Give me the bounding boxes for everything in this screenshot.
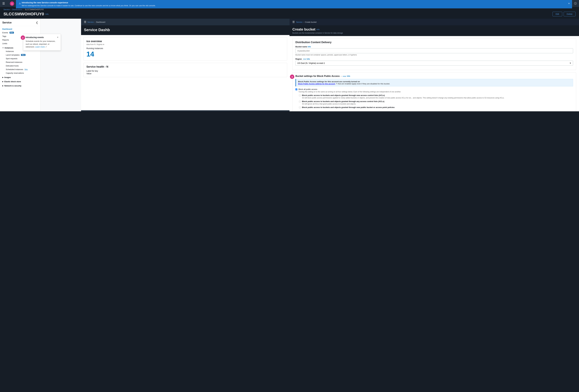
sidebar-section-network-security[interactable]: ▶ Network & security: [0, 83, 40, 87]
block-sub-checkbox-3[interactable]: [299, 107, 301, 108]
health-row: Label for key Value: [86, 70, 284, 75]
sidebar-item-scheduled-instances[interactable]: Scheduled instances Beta: [3, 68, 40, 71]
sidebar-item-reserved-instances[interactable]: Reserved instances: [3, 60, 40, 64]
dedicated-hosts-label: Delicated hosts: [6, 65, 19, 67]
right-panel-header: ☰ Service › Create bucket: [290, 19, 579, 25]
breadcrumb-current: SLCCSMWOHOFUY0: [25, 8, 44, 10]
sidebar-item-dashboard[interactable]: Dashboard: [0, 27, 40, 31]
right-panel-service-link[interactable]: Service: [296, 21, 302, 23]
sidebar-events-label: Events: [2, 32, 8, 34]
block-all-content: Block all public access Turning this set…: [298, 88, 401, 93]
block-access-title-text: Bucket settings for Block Public Access: [295, 75, 340, 78]
tooltip-learn-more-link[interactable]: Learn more: [35, 46, 45, 48]
block-all-checkbox-row: Block all public access Turning this set…: [295, 88, 573, 93]
alert-link[interactable]: Block Public Access settings for this ac…: [298, 83, 335, 85]
dashboard-title-area: Service Dashb: [81, 25, 290, 35]
block-all-label: Block all public access: [298, 88, 401, 90]
block-all-checkbox-group: Block all public access Turning this set…: [295, 88, 573, 108]
sidebar-reports-label: Reports: [2, 39, 9, 41]
dashboard-hamburger-icon[interactable]: ☰: [84, 20, 86, 24]
page-info-button[interactable]: Info: [45, 13, 49, 15]
main-content: Service ❮ Dashboard Events New Tags: [0, 19, 579, 111]
bucket-name-info-link[interactable]: Info: [308, 46, 311, 48]
sidebar-item-capacity-reservations[interactable]: Capacity reservations: [3, 71, 40, 75]
block-access-dash: –: [341, 75, 342, 78]
ebs-expand-icon: ▶: [2, 81, 3, 82]
breadcrumb-sep-1: ›: [10, 8, 11, 10]
right-panel-title: Create bucket info: [292, 27, 576, 31]
overview-card-title: ice overview: [86, 40, 284, 43]
block-sub-item-1: Block public access to buckets and objec…: [299, 94, 573, 99]
right-panel-hamburger-icon[interactable]: ☰: [292, 20, 295, 24]
dashboard-header: ☰ Service › Dashboard: [81, 19, 290, 25]
block-all-checkbox[interactable]: [295, 88, 297, 90]
dashboard-breadcrumb-sep: ›: [94, 21, 95, 23]
breadcrumb: Service › Distributions › SLCCSMWOHOFUY0: [3, 8, 576, 10]
sidebar-tags-label: Tags: [2, 35, 6, 37]
sidebar-section-images[interactable]: ▶ Images: [0, 75, 40, 79]
images-expand-icon: ▶: [2, 77, 3, 78]
bucket-name-label-text: Bucket name: [295, 46, 307, 48]
network-section-label: Network & security: [4, 85, 21, 87]
region-label: Region new Info: [295, 58, 573, 60]
tooltip-body: Schedule events for your instances, such…: [26, 40, 58, 48]
alert-text: Block Public Access settings for this ac…: [298, 80, 571, 85]
sidebar-item-launch-templates[interactable]: Lanch templates New: [3, 53, 40, 57]
sidebar-item-dedicated-hosts[interactable]: Delicated hosts: [3, 64, 40, 68]
instances-section-label: Instances: [5, 47, 13, 49]
overview-title-text: ice overview: [86, 40, 102, 43]
block-sub-desc-2: S3 will ignore all ACLs that grant publi…: [302, 103, 384, 105]
scheduled-instances-beta-badge: Beta: [25, 69, 28, 70]
block-sub-content-1: Block public access to buckets and objec…: [302, 94, 504, 99]
banner-close-button[interactable]: ×: [568, 2, 570, 5]
right-panel-subtitle: Buckets are the fundamental container in…: [292, 32, 576, 34]
region-group: Region new Info US East (N. Virginia) us…: [295, 58, 573, 66]
health-label-value: Value: [86, 72, 98, 75]
block-sub-checkboxes: Block public access to buckets and objec…: [299, 94, 573, 109]
block-access-new-badge: new: [343, 75, 346, 77]
block-sub-item-2: Block public access to buckets and objec…: [299, 100, 573, 105]
block-sub-content-3: Block public access to buckets and objec…: [302, 106, 395, 108]
service-health-card: Service health - N Label for key Value: [83, 63, 287, 77]
dashboard-title: Service Dashb: [84, 28, 287, 32]
tooltip-title: Introducing events: [26, 36, 44, 39]
block-access-info-link[interactable]: Info: [347, 75, 350, 77]
dashboard-breadcrumb: Service › Dashboard: [87, 21, 105, 23]
health-card-title: Service health - N: [86, 65, 284, 68]
region-select[interactable]: US East (N. Virginia) us-east-1US West (…: [295, 61, 573, 66]
dashboard-service-link[interactable]: Service: [87, 21, 94, 23]
step-2-badge: 2: [21, 35, 25, 40]
reserved-instances-label: Reserved instances: [6, 61, 22, 63]
bucket-name-input[interactable]: [295, 48, 573, 53]
tooltip-close-button[interactable]: ×: [57, 36, 58, 39]
edit-button[interactable]: Edit: [553, 12, 562, 16]
sidebar-item-spot-requests[interactable]: Spot requests: [3, 57, 40, 60]
breadcrumb-distributions-link[interactable]: Distributions: [12, 8, 23, 10]
sidebar: Service ❮ Dashboard Events New Tags: [0, 19, 41, 111]
hamburger-icon[interactable]: ☰: [2, 2, 5, 5]
right-panel-content: Distribution Content Delivery Bucket nam…: [290, 36, 579, 111]
region-info-link[interactable]: Info: [307, 58, 310, 60]
block-public-access-section: 3 Bucket settings for Block Public Acces…: [292, 72, 576, 111]
images-section-label: Images: [4, 76, 11, 78]
block-all-desc: Turning this setting on is the same as t…: [298, 91, 401, 93]
sidebar-instances-items: Instances Lanch templates New Spot reque…: [0, 50, 40, 75]
sidebar-section-elastic-block-store[interactable]: ▶ Elastic block store: [0, 79, 40, 83]
alert-body-text: Block Public Access settings for this ac…: [298, 83, 390, 85]
alert-external-icon: ↗: [336, 83, 338, 85]
instances-expand-icon: ▼: [2, 47, 4, 49]
block-sub-checkbox-2[interactable]: [299, 101, 301, 102]
breadcrumb-service-link[interactable]: Service: [3, 8, 10, 10]
dashboard-area: ☰ Service › Dashboard Service Dashb: [81, 19, 290, 111]
block-sub-checkbox-1[interactable]: [299, 94, 301, 96]
delete-button[interactable]: Delete: [564, 12, 576, 16]
running-instances-count: 14: [86, 50, 284, 58]
bucket-name-group: Bucket name Info Bucket name must not co…: [295, 46, 573, 56]
right-panel-info-badge: info: [317, 28, 320, 31]
info-icon[interactable]: ⓘ: [574, 2, 577, 5]
region-new-label: new: [303, 58, 306, 60]
bucket-name-label: Bucket name Info: [295, 46, 573, 48]
title-row: SLCCSMWOHOFUY0 Info Edit Delete: [3, 12, 576, 16]
sidebar-collapse-button[interactable]: ❮: [36, 21, 38, 24]
region-select-wrapper: US East (N. Virginia) us-east-1US West (…: [295, 61, 573, 66]
